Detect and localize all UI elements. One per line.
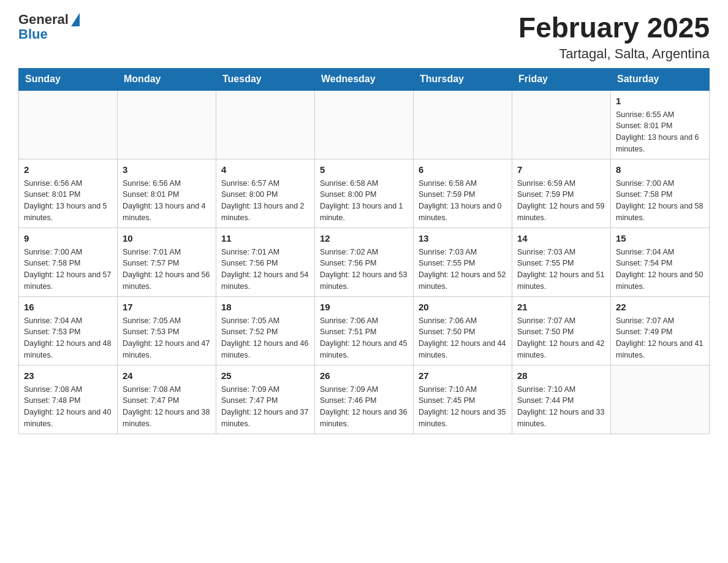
calendar-header-row: SundayMondayTuesdayWednesdayThursdayFrid… bbox=[19, 68, 710, 90]
logo-general-text: General bbox=[18, 12, 69, 27]
day-info: Sunrise: 7:00 AMSunset: 7:58 PMDaylight:… bbox=[616, 178, 704, 224]
calendar-day-cell: 18Sunrise: 7:05 AMSunset: 7:52 PMDayligh… bbox=[216, 296, 315, 365]
day-of-week-header: Friday bbox=[512, 68, 611, 90]
day-info: Sunrise: 6:57 AMSunset: 8:00 PMDaylight:… bbox=[221, 178, 309, 224]
day-number: 8 bbox=[616, 163, 704, 176]
calendar-day-cell: 26Sunrise: 7:09 AMSunset: 7:46 PMDayligh… bbox=[315, 365, 414, 434]
day-number: 13 bbox=[419, 232, 507, 245]
day-info: Sunrise: 7:01 AMSunset: 7:56 PMDaylight:… bbox=[221, 247, 309, 293]
day-info: Sunrise: 7:03 AMSunset: 7:55 PMDaylight:… bbox=[419, 247, 507, 293]
day-info: Sunrise: 7:08 AMSunset: 7:47 PMDaylight:… bbox=[123, 384, 211, 430]
calendar-day-cell: 13Sunrise: 7:03 AMSunset: 7:55 PMDayligh… bbox=[414, 228, 512, 296]
day-number: 19 bbox=[320, 301, 408, 313]
day-info: Sunrise: 7:07 AMSunset: 7:50 PMDaylight:… bbox=[517, 315, 605, 361]
day-number: 25 bbox=[221, 369, 309, 382]
day-info: Sunrise: 7:04 AMSunset: 7:54 PMDaylight:… bbox=[616, 247, 704, 293]
day-of-week-header: Monday bbox=[118, 68, 216, 90]
day-info: Sunrise: 7:06 AMSunset: 7:51 PMDaylight:… bbox=[320, 315, 408, 361]
day-number: 3 bbox=[123, 163, 211, 176]
calendar-day-cell: 15Sunrise: 7:04 AMSunset: 7:54 PMDayligh… bbox=[611, 228, 710, 296]
day-number: 22 bbox=[616, 301, 704, 313]
calendar-day-cell: 7Sunrise: 6:59 AMSunset: 7:59 PMDaylight… bbox=[512, 159, 611, 228]
day-info: Sunrise: 7:03 AMSunset: 7:55 PMDaylight:… bbox=[517, 247, 605, 293]
day-number: 23 bbox=[24, 369, 112, 382]
day-of-week-header: Thursday bbox=[414, 68, 512, 90]
day-number: 11 bbox=[221, 232, 309, 245]
day-info: Sunrise: 6:56 AMSunset: 8:01 PMDaylight:… bbox=[123, 178, 211, 224]
calendar-day-cell: 22Sunrise: 7:07 AMSunset: 7:49 PMDayligh… bbox=[611, 296, 710, 365]
day-info: Sunrise: 6:56 AMSunset: 8:01 PMDaylight:… bbox=[24, 178, 112, 224]
calendar-day-cell: 1Sunrise: 6:55 AMSunset: 8:01 PMDaylight… bbox=[611, 90, 710, 159]
day-of-week-header: Wednesday bbox=[315, 68, 414, 90]
day-info: Sunrise: 6:59 AMSunset: 7:59 PMDaylight:… bbox=[517, 178, 605, 224]
calendar-day-cell: 11Sunrise: 7:01 AMSunset: 7:56 PMDayligh… bbox=[216, 228, 315, 296]
calendar-day-cell: 10Sunrise: 7:01 AMSunset: 7:57 PMDayligh… bbox=[118, 228, 216, 296]
page-header: General Blue February 2025 Tartagal, Sal… bbox=[18, 12, 710, 62]
calendar-day-cell: 14Sunrise: 7:03 AMSunset: 7:55 PMDayligh… bbox=[512, 228, 611, 296]
day-of-week-header: Saturday bbox=[611, 68, 710, 90]
calendar-day-cell: 8Sunrise: 7:00 AMSunset: 7:58 PMDaylight… bbox=[611, 159, 710, 228]
day-number: 27 bbox=[419, 369, 507, 382]
day-number: 9 bbox=[24, 232, 112, 245]
day-number: 12 bbox=[320, 232, 408, 245]
day-number: 24 bbox=[123, 369, 211, 382]
calendar-table: SundayMondayTuesdayWednesdayThursdayFrid… bbox=[18, 68, 710, 434]
day-number: 21 bbox=[517, 301, 605, 313]
day-info: Sunrise: 7:05 AMSunset: 7:53 PMDaylight:… bbox=[123, 315, 211, 361]
calendar-day-cell: 4Sunrise: 6:57 AMSunset: 8:00 PMDaylight… bbox=[216, 159, 315, 228]
day-number: 17 bbox=[123, 301, 211, 313]
day-info: Sunrise: 7:09 AMSunset: 7:47 PMDaylight:… bbox=[221, 384, 309, 430]
calendar-week-row: 1Sunrise: 6:55 AMSunset: 8:01 PMDaylight… bbox=[19, 90, 710, 159]
calendar-day-cell: 5Sunrise: 6:58 AMSunset: 8:00 PMDaylight… bbox=[315, 159, 414, 228]
day-number: 4 bbox=[221, 163, 309, 176]
calendar-day-cell: 6Sunrise: 6:58 AMSunset: 7:59 PMDaylight… bbox=[414, 159, 512, 228]
day-number: 1 bbox=[616, 94, 704, 107]
calendar-week-row: 16Sunrise: 7:04 AMSunset: 7:53 PMDayligh… bbox=[19, 296, 710, 365]
calendar-day-cell: 27Sunrise: 7:10 AMSunset: 7:45 PMDayligh… bbox=[414, 365, 512, 434]
day-number: 28 bbox=[517, 369, 605, 382]
day-of-week-header: Tuesday bbox=[216, 68, 315, 90]
day-info: Sunrise: 7:10 AMSunset: 7:44 PMDaylight:… bbox=[517, 384, 605, 430]
calendar-day-cell: 2Sunrise: 6:56 AMSunset: 8:01 PMDaylight… bbox=[19, 159, 118, 228]
logo-blue-text: Blue bbox=[18, 26, 48, 42]
day-info: Sunrise: 6:58 AMSunset: 7:59 PMDaylight:… bbox=[419, 178, 507, 224]
day-number: 20 bbox=[419, 301, 507, 313]
day-number: 26 bbox=[320, 369, 408, 382]
calendar-day-cell bbox=[216, 90, 315, 159]
day-info: Sunrise: 7:08 AMSunset: 7:48 PMDaylight:… bbox=[24, 384, 112, 430]
day-of-week-header: Sunday bbox=[19, 68, 118, 90]
calendar-day-cell: 23Sunrise: 7:08 AMSunset: 7:48 PMDayligh… bbox=[19, 365, 118, 434]
calendar-day-cell: 9Sunrise: 7:00 AMSunset: 7:58 PMDaylight… bbox=[19, 228, 118, 296]
day-number: 10 bbox=[123, 232, 211, 245]
calendar-week-row: 23Sunrise: 7:08 AMSunset: 7:48 PMDayligh… bbox=[19, 365, 710, 434]
day-number: 18 bbox=[221, 301, 309, 313]
day-number: 14 bbox=[517, 232, 605, 245]
calendar-day-cell bbox=[315, 90, 414, 159]
day-number: 5 bbox=[320, 163, 408, 176]
calendar-day-cell bbox=[414, 90, 512, 159]
calendar-day-cell bbox=[19, 90, 118, 159]
calendar-title: February 2025 bbox=[518, 12, 710, 44]
day-info: Sunrise: 7:10 AMSunset: 7:45 PMDaylight:… bbox=[419, 384, 507, 430]
calendar-day-cell: 21Sunrise: 7:07 AMSunset: 7:50 PMDayligh… bbox=[512, 296, 611, 365]
calendar-day-cell: 20Sunrise: 7:06 AMSunset: 7:50 PMDayligh… bbox=[414, 296, 512, 365]
calendar-day-cell bbox=[512, 90, 611, 159]
day-info: Sunrise: 7:04 AMSunset: 7:53 PMDaylight:… bbox=[24, 315, 112, 361]
calendar-day-cell: 3Sunrise: 6:56 AMSunset: 8:01 PMDaylight… bbox=[118, 159, 216, 228]
day-number: 16 bbox=[24, 301, 112, 313]
day-info: Sunrise: 7:02 AMSunset: 7:56 PMDaylight:… bbox=[320, 247, 408, 293]
day-info: Sunrise: 6:55 AMSunset: 8:01 PMDaylight:… bbox=[616, 109, 704, 155]
calendar-day-cell: 24Sunrise: 7:08 AMSunset: 7:47 PMDayligh… bbox=[118, 365, 216, 434]
logo: General Blue bbox=[18, 12, 80, 42]
calendar-day-cell bbox=[118, 90, 216, 159]
calendar-day-cell: 19Sunrise: 7:06 AMSunset: 7:51 PMDayligh… bbox=[315, 296, 414, 365]
day-info: Sunrise: 7:05 AMSunset: 7:52 PMDaylight:… bbox=[221, 315, 309, 361]
calendar-day-cell bbox=[611, 365, 710, 434]
calendar-week-row: 2Sunrise: 6:56 AMSunset: 8:01 PMDaylight… bbox=[19, 159, 710, 228]
day-info: Sunrise: 7:01 AMSunset: 7:57 PMDaylight:… bbox=[123, 247, 211, 293]
day-number: 15 bbox=[616, 232, 704, 245]
day-info: Sunrise: 7:07 AMSunset: 7:49 PMDaylight:… bbox=[616, 315, 704, 361]
day-number: 6 bbox=[419, 163, 507, 176]
calendar-day-cell: 16Sunrise: 7:04 AMSunset: 7:53 PMDayligh… bbox=[19, 296, 118, 365]
calendar-day-cell: 25Sunrise: 7:09 AMSunset: 7:47 PMDayligh… bbox=[216, 365, 315, 434]
